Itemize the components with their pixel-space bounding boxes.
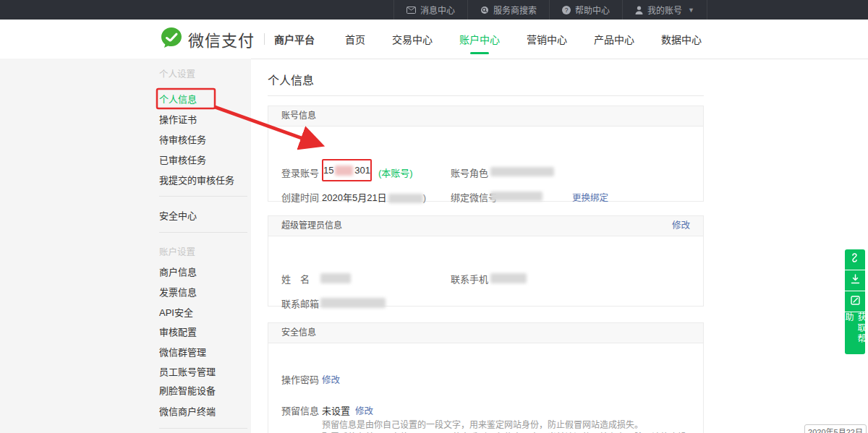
sidebar-item-reviewed-tasks[interactable]: 已审核任务: [159, 153, 247, 168]
sidebar-item-invoice-info[interactable]: 发票信息: [159, 286, 247, 300]
nav-marketing-center[interactable]: 营销中心: [527, 32, 567, 46]
nav-data-center[interactable]: 数据中心: [661, 32, 702, 46]
admin-modify-link[interactable]: 修改: [672, 216, 690, 236]
account-role-redacted: [490, 167, 554, 176]
sidebar-item-api-security[interactable]: API安全: [159, 306, 247, 320]
account-card-header: 账号信息: [268, 106, 703, 127]
hotline-button[interactable]: [845, 249, 865, 270]
login-account-highlight-box: 15 301: [322, 159, 372, 181]
login-account-label: 登录账号: [281, 166, 319, 179]
nav-transaction-center[interactable]: 交易中心: [392, 32, 433, 46]
desc-line: 预留信息是由你自己设置的一段文字，用来鉴定网站身份，防止假冒网站造成损失。: [322, 419, 698, 432]
super-admin-card-header: 修改 超级管理员信息: [268, 216, 703, 236]
sidebar-item-staff-account-mgmt[interactable]: 员工账号管理: [159, 365, 247, 380]
nav-product-center[interactable]: 产品中心: [594, 32, 634, 46]
sidebar-divider: [159, 428, 247, 429]
user-icon: [635, 6, 643, 14]
reserved-info-label: 预留信息: [281, 403, 319, 417]
header: 微信支付 商户平台 首页 交易中心 账户中心 营销中心 产品中心 数据中心: [0, 20, 868, 59]
sidebar-divider: [159, 232, 247, 233]
topbar-item-my-account[interactable]: 我的账号 ▼: [622, 0, 707, 20]
search-icon: [480, 6, 489, 14]
feedback-icon: [851, 295, 860, 308]
sidebar-item-security-center[interactable]: 安全中心: [159, 209, 247, 223]
created-time-label: 创建时间: [281, 190, 319, 204]
mail-icon: [407, 7, 416, 14]
reserved-info-description: 预留信息是由你自己设置的一段文字，用来鉴定网站身份，防止假冒网站造成损失。 配置…: [322, 419, 698, 433]
sidebar-item-wechat-group-mgmt[interactable]: 微信群管理: [159, 346, 247, 360]
account-role-label: 账号角色: [451, 166, 488, 179]
topbar-item-messages[interactable]: 消息中心: [393, 0, 467, 20]
topbar: 消息中心 服务商搜索 ? 帮助中心 我的账号 ▼: [0, 0, 868, 20]
download-button[interactable]: [845, 270, 865, 291]
sidebar-item-review-config[interactable]: 审核配置: [159, 325, 247, 340]
sidebar-item-face-smart-device[interactable]: 刷脸智能设备: [159, 384, 247, 398]
wechat-pay-icon: [161, 27, 182, 51]
sidebar-group-personal-settings: 个人设置: [159, 67, 247, 82]
title-divider: [268, 95, 704, 96]
admin-phone-redacted: [490, 273, 527, 283]
topbar-item-label: 帮助中心: [575, 4, 610, 16]
nav-account-center[interactable]: 账户中心: [459, 32, 500, 46]
download-icon: [851, 274, 860, 287]
topbar-item-label: 服务商搜索: [493, 4, 537, 16]
login-account-tag: (本账号): [378, 166, 413, 179]
reserved-info-value: 未设置: [322, 403, 350, 417]
sidebar-item-personal-info[interactable]: 个人信息: [159, 93, 247, 107]
sidebar-item-my-submitted-tasks[interactable]: 我提交的审核任务: [159, 173, 247, 188]
change-binding-link[interactable]: 更换绑定: [572, 190, 608, 204]
date-badge[interactable]: 2020年5月22日: [804, 424, 867, 433]
operation-password-label: 操作密码: [281, 372, 319, 386]
topbar-item-help-center[interactable]: ? 帮助中心: [549, 0, 622, 20]
created-time-value: 2020年5月21日): [322, 190, 426, 204]
created-time-redacted: [388, 194, 423, 203]
logo-divider: [264, 33, 265, 45]
security-card-header: 安全信息: [268, 323, 703, 343]
brand-logo[interactable]: 微信支付 商户平台: [161, 20, 315, 59]
chevron-down-icon: ▼: [688, 7, 694, 14]
link-icon: [851, 253, 860, 267]
nav-home[interactable]: 首页: [345, 32, 365, 46]
admin-name-label: 姓 名: [281, 272, 310, 286]
topbar-item-label: 我的账号: [647, 4, 682, 16]
topbar-item-provider-search[interactable]: 服务商搜索: [467, 0, 549, 20]
help-icon: ?: [562, 6, 571, 14]
main-nav: 首页 交易中心 账户中心 营销中心 产品中心 数据中心: [345, 20, 702, 59]
sidebar-item-pending-review-tasks[interactable]: 待审核任务: [159, 133, 247, 147]
topbar-item-label: 消息中心: [420, 4, 455, 16]
security-info-card: 安全信息 操作密码 修改 预留信息 未设置 修改 预留信息是由你自己设置的一段文…: [268, 322, 704, 433]
reserved-modify-link[interactable]: 修改: [355, 403, 373, 417]
sidebar-item-wechat-merchant-terminal[interactable]: 微信商户终端: [159, 405, 247, 419]
admin-email-label: 联系邮箱: [281, 296, 319, 310]
password-modify-link[interactable]: 修改: [322, 372, 340, 386]
brand-subtitle: 商户平台: [274, 32, 315, 46]
topbar-menu: 消息中心 服务商搜索 ? 帮助中心 我的账号 ▼: [393, 0, 707, 20]
brand-name: 微信支付: [188, 27, 255, 51]
super-admin-card: 修改 超级管理员信息 姓 名 联系手机 联系邮箱: [268, 215, 704, 306]
get-help-button[interactable]: 获取帮助: [845, 312, 865, 354]
login-account-redacted: [335, 166, 353, 176]
admin-email-redacted: [320, 298, 386, 308]
login-account-prefix: 15: [323, 165, 333, 176]
bound-wechat-redacted: [490, 192, 542, 201]
floating-action-stack: 获取帮助: [845, 249, 865, 354]
svg-text:?: ?: [565, 7, 569, 14]
sidebar-item-operation-certificate[interactable]: 操作证书: [159, 113, 247, 127]
admin-phone-label: 联系手机: [451, 272, 488, 286]
login-account-suffix: 301: [354, 165, 370, 176]
sidebar-group-account-settings: 账户设置: [159, 245, 247, 260]
account-info-card: 账号信息 登录账号 15 301 (本账号) 账号角色 创建时间 2020年5月…: [268, 106, 704, 202]
sidebar-divider: [159, 196, 247, 197]
sidebar-item-merchant-info[interactable]: 商户信息: [159, 265, 247, 280]
page-title: 个人信息: [268, 71, 314, 88]
super-admin-card-title: 超级管理员信息: [281, 220, 342, 231]
admin-name-redacted: [320, 273, 351, 283]
feedback-button[interactable]: [845, 291, 865, 312]
